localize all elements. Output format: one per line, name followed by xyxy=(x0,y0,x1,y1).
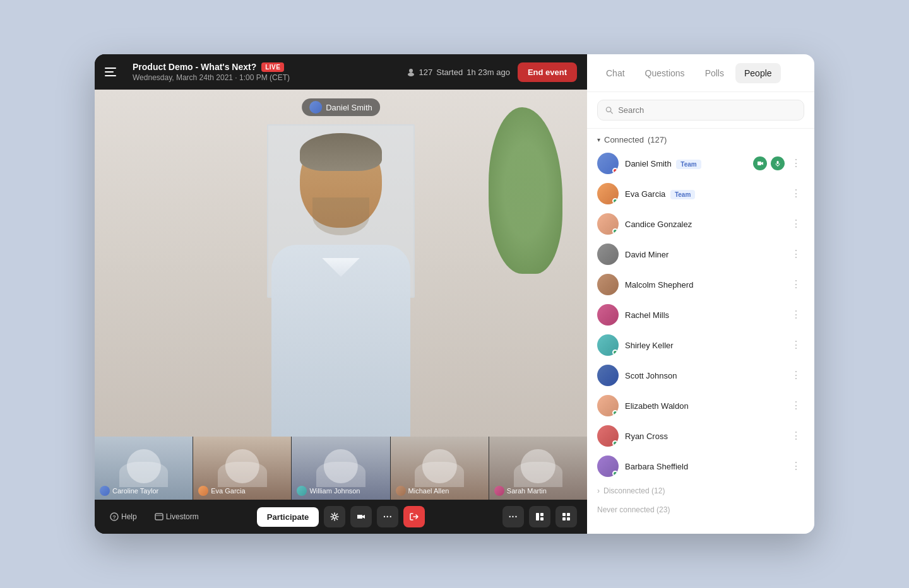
help-button[interactable]: ? Help xyxy=(105,510,142,524)
person-row[interactable]: Malcolm Shepherd ⋮ xyxy=(587,269,814,300)
status-dot xyxy=(612,410,618,416)
thumbnail-item[interactable]: Sarah Martin xyxy=(489,437,587,500)
thumb-avatar xyxy=(396,486,406,496)
thumbnail-item[interactable]: Eva Garcia xyxy=(193,437,292,500)
person-controls: ⋮ xyxy=(788,278,804,291)
search-input[interactable] xyxy=(618,105,796,115)
tab-questions[interactable]: Questions xyxy=(636,63,694,83)
avatar xyxy=(597,395,619,416)
person-row[interactable]: Rachel Mills ⋮ xyxy=(587,300,814,330)
grid-button[interactable] xyxy=(556,506,577,527)
status-dot xyxy=(612,440,618,446)
people-panel: Chat Questions Polls People ▾ Connected … xyxy=(587,54,814,534)
person-row[interactable]: Eva Garcia Team ⋮ xyxy=(587,179,814,209)
avatar xyxy=(597,334,619,356)
more-button[interactable]: ⋮ xyxy=(788,187,804,200)
more-button[interactable]: ⋮ xyxy=(788,339,804,351)
status-dot xyxy=(612,168,618,173)
more-button[interactable]: ⋮ xyxy=(788,309,804,321)
leave-button[interactable] xyxy=(403,506,425,527)
video-icon xyxy=(753,156,767,170)
person-row[interactable]: Scott Johnson ⋮ xyxy=(587,360,814,391)
more-button[interactable]: ⋮ xyxy=(788,399,804,412)
thumb-label: Caroline Taylor xyxy=(100,486,158,496)
dots-right-label: ··· xyxy=(509,512,518,522)
mic-icon xyxy=(771,156,785,170)
person-row[interactable]: Elizabeth Waldon ⋮ xyxy=(587,391,814,421)
live-badge: LIVE xyxy=(261,62,284,72)
thumbnail-item[interactable]: Michael Allen xyxy=(391,437,489,500)
header-info: Product Demo - What's Next? LIVE Wednesd… xyxy=(133,62,399,82)
person-row[interactable]: Shirley Keller ⋮ xyxy=(587,330,814,360)
leave-icon xyxy=(410,512,419,521)
person-controls: ⋮ xyxy=(788,218,804,230)
avatar xyxy=(597,365,619,386)
person-row[interactable]: Ryan Cross ⋮ xyxy=(587,421,814,451)
video-header: Product Demo - What's Next? LIVE Wednesd… xyxy=(95,54,587,90)
never-connected-section-header[interactable]: Never connected (23) xyxy=(587,500,814,519)
avatar xyxy=(597,425,619,447)
person-controls: ⋮ xyxy=(788,187,804,200)
tab-polls[interactable]: Polls xyxy=(696,63,733,83)
avatar xyxy=(597,244,619,265)
started-label: Started xyxy=(436,68,463,77)
search-icon xyxy=(605,106,613,114)
settings-button[interactable] xyxy=(324,506,345,527)
more-button[interactable]: ⋮ xyxy=(788,369,804,382)
more-button[interactable]: ⋮ xyxy=(788,218,804,230)
tab-chat[interactable]: Chat xyxy=(597,63,634,83)
more-options-button[interactable]: ··· xyxy=(377,506,398,527)
chevron-down-icon: ▾ xyxy=(597,136,600,143)
layout-button[interactable] xyxy=(529,506,550,527)
menu-icon[interactable] xyxy=(105,62,125,82)
avatar xyxy=(597,304,619,326)
end-event-button[interactable]: End event xyxy=(518,62,577,82)
attendee-icon xyxy=(407,68,415,76)
more-button[interactable]: ⋮ xyxy=(788,248,804,261)
search-input-wrap xyxy=(597,100,804,121)
livestorm-button[interactable]: Livestorm xyxy=(150,510,204,524)
help-icon: ? xyxy=(110,512,119,521)
team-badge: Team xyxy=(676,160,701,169)
thumb-label: Michael Allen xyxy=(396,486,449,496)
never-connected-label: Never connected (23) xyxy=(597,505,670,514)
svg-rect-8 xyxy=(540,513,544,516)
thumbnail-item[interactable]: William Johnson xyxy=(292,437,390,500)
thumb-name: Caroline Taylor xyxy=(112,487,158,495)
more-button[interactable]: ⋮ xyxy=(788,157,804,170)
disconnected-section-header[interactable]: › Disconnected (12) xyxy=(587,481,814,500)
svg-rect-17 xyxy=(777,161,779,164)
connected-section-header[interactable]: ▾ Connected (127) xyxy=(587,129,814,148)
record-button[interactable] xyxy=(350,506,372,527)
person-name: Shirley Keller xyxy=(625,341,782,350)
person-row[interactable]: Barbara Sheffield ⋮ xyxy=(587,451,814,481)
dots-right-button[interactable]: ··· xyxy=(502,506,524,527)
thumb-avatar xyxy=(297,486,307,496)
person-row[interactable]: Daniel Smith Team xyxy=(587,148,814,179)
camera-icon xyxy=(757,160,763,167)
thumb-label: William Johnson xyxy=(297,486,360,496)
person-row[interactable]: Candice Gonzalez ⋮ xyxy=(587,209,814,239)
toolbar-right: ··· xyxy=(430,506,577,527)
thumb-name: Michael Allen xyxy=(408,487,449,495)
tab-people[interactable]: People xyxy=(735,63,781,83)
video-toolbar: ? Help Livestorm Participate xyxy=(95,500,587,534)
thumb-avatar xyxy=(100,486,110,496)
svg-rect-11 xyxy=(567,513,570,516)
person-controls: ⋮ xyxy=(788,309,804,321)
more-button[interactable]: ⋮ xyxy=(788,430,804,442)
participate-button[interactable]: Participate xyxy=(257,507,319,527)
more-button[interactable]: ⋮ xyxy=(788,460,804,473)
thumbnail-item[interactable]: Caroline Taylor xyxy=(95,437,193,500)
panel-tabs: Chat Questions Polls People xyxy=(587,54,814,92)
thumb-avatar xyxy=(198,486,208,496)
more-button[interactable]: ⋮ xyxy=(788,278,804,291)
status-dot xyxy=(612,198,618,204)
person-name: Candice Gonzalez xyxy=(625,220,782,229)
person-controls: ⋮ xyxy=(788,399,804,412)
toolbar-left: ? Help Livestorm xyxy=(105,510,252,524)
person-name: Daniel Smith Team xyxy=(625,159,747,168)
event-subtitle: Wednesday, March 24th 2021 · 1:00 PM (CE… xyxy=(133,73,399,82)
event-title: Product Demo - What's Next? xyxy=(133,62,256,72)
person-row[interactable]: David Miner ⋮ xyxy=(587,239,814,269)
